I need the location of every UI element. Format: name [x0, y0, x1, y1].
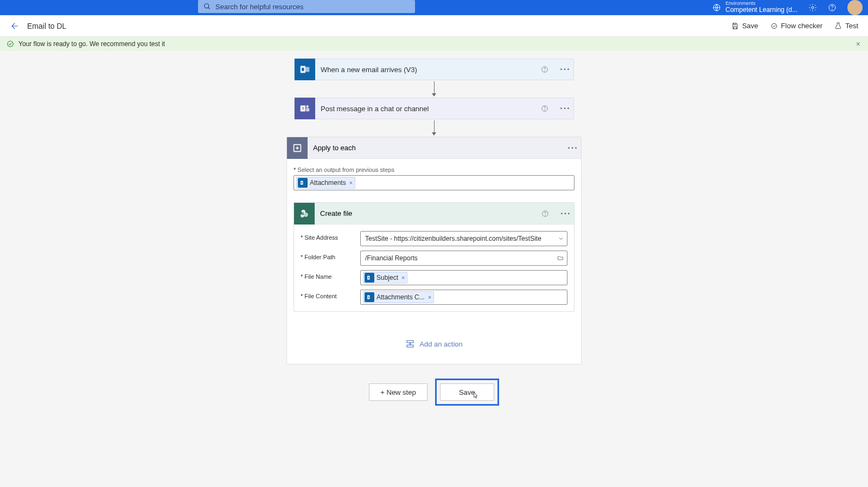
outlook-icon: [365, 292, 374, 302]
apply-to-each-container: Apply to each ··· * Select an output fro…: [286, 137, 582, 364]
remove-pill-icon[interactable]: ×: [348, 180, 353, 186]
svg-point-7: [8, 41, 14, 47]
outlook-icon: [365, 273, 374, 283]
folder-path-label: * Folder Path: [301, 251, 355, 260]
environment-switcher[interactable]: Environments Competent Learning (d...: [712, 1, 797, 14]
save-icon: [731, 22, 739, 30]
trigger-step[interactable]: When a new email arrives (V3) ···: [294, 59, 574, 80]
sharepoint-icon: S: [294, 203, 315, 225]
bottom-buttons: + New step Save: [369, 379, 499, 406]
banner-text: Your flow is ready to go. We recommend y…: [18, 40, 165, 48]
apply-field-label: * Select an output from previous steps: [293, 166, 575, 173]
svg-point-6: [771, 23, 776, 28]
teams-icon: T: [295, 98, 315, 119]
global-search[interactable]: Search for helpful resources: [198, 0, 415, 13]
test-button[interactable]: Test: [834, 22, 858, 30]
svg-text:S: S: [302, 210, 304, 215]
step-menu-icon[interactable]: ···: [557, 104, 573, 113]
svg-point-27: [545, 215, 546, 215]
flow-checker-icon: [770, 22, 778, 30]
new-step-button[interactable]: + New step: [369, 383, 427, 401]
svg-point-23: [304, 212, 308, 216]
flow-checker-button[interactable]: Flow checker: [770, 22, 823, 30]
trigger-label: When a new email arrives (V3): [315, 66, 541, 74]
svg-point-29: [368, 277, 369, 279]
svg-point-12: [545, 71, 545, 72]
loop-icon: [287, 137, 308, 159]
add-action-icon: [405, 339, 415, 349]
apply-output-input[interactable]: Attachments ×: [293, 175, 575, 190]
remove-pill-icon[interactable]: ×: [400, 274, 405, 281]
teams-step[interactable]: T Post message in a chat or channel ···: [294, 98, 574, 119]
help-icon[interactable]: [541, 210, 558, 217]
save-button-top[interactable]: Save: [731, 22, 758, 30]
checkmark-icon: [7, 40, 14, 48]
step-menu-icon[interactable]: ···: [565, 143, 581, 153]
folder-picker-icon[interactable]: [557, 255, 564, 261]
back-icon[interactable]: [10, 22, 18, 30]
svg-point-18: [545, 110, 545, 111]
app-topbar: Search for helpful resources Environment…: [0, 0, 868, 15]
file-name-label: * File Name: [301, 270, 355, 280]
svg-rect-9: [304, 67, 309, 72]
page-title: Email to DL: [27, 22, 66, 30]
search-icon: [203, 3, 211, 10]
add-action-button[interactable]: Add an action: [293, 339, 575, 349]
remove-pill-icon[interactable]: ×: [427, 294, 431, 300]
dynamic-pill-attachments-content[interactable]: Attachments C... ×: [363, 291, 434, 303]
create-file-header[interactable]: S Create file ···: [294, 203, 574, 225]
teams-label: Post message in a chat or channel: [315, 105, 541, 113]
site-address-label: * Site Address: [301, 231, 355, 241]
save-button[interactable]: Save: [440, 383, 494, 401]
svg-line-1: [208, 8, 210, 9]
test-icon: [834, 22, 842, 30]
apply-title: Apply to each: [308, 144, 565, 152]
dynamic-pill-subject[interactable]: Subject ×: [363, 272, 407, 284]
svg-text:T: T: [302, 106, 305, 111]
site-address-input[interactable]: [360, 231, 567, 246]
environment-icon: [712, 3, 721, 12]
outlook-icon: [298, 178, 308, 188]
environment-name: Competent Learning (d...: [725, 7, 797, 14]
file-content-input[interactable]: Attachments C... ×: [360, 290, 567, 305]
search-placeholder: Search for helpful resources: [215, 3, 304, 11]
svg-rect-15: [306, 108, 309, 111]
create-file-action: S Create file ··· * Site Address: [293, 202, 575, 312]
help-icon[interactable]: [541, 105, 557, 112]
svg-point-31: [368, 297, 369, 298]
help-icon[interactable]: [828, 3, 837, 12]
svg-point-10: [302, 68, 304, 71]
connector-arrow: [433, 120, 435, 136]
svg-rect-33: [407, 345, 413, 347]
svg-point-0: [205, 4, 209, 8]
outlook-icon: [295, 59, 315, 80]
dynamic-pill-attachments[interactable]: Attachments ×: [296, 177, 355, 189]
chevron-down-icon[interactable]: [558, 235, 564, 242]
create-file-title: Create file: [315, 209, 541, 217]
close-icon[interactable]: ×: [856, 40, 860, 48]
svg-point-14: [306, 105, 309, 108]
flow-canvas: When a new email arrives (V3) ··· T Post…: [0, 51, 868, 406]
svg-point-3: [812, 7, 814, 9]
apply-header[interactable]: Apply to each ···: [287, 137, 581, 159]
file-name-input[interactable]: Subject ×: [360, 270, 567, 285]
step-menu-icon[interactable]: ···: [557, 65, 573, 74]
file-content-label: * File Content: [301, 290, 355, 299]
environment-label: Environments: [725, 1, 797, 7]
svg-rect-32: [407, 341, 413, 343]
help-icon[interactable]: [541, 66, 557, 73]
save-highlight: Save: [435, 379, 499, 406]
svg-point-5: [832, 9, 833, 10]
svg-point-21: [301, 182, 302, 184]
page-subheader: Email to DL Save Flow checker Test: [0, 15, 868, 37]
step-menu-icon[interactable]: ···: [558, 209, 574, 219]
avatar[interactable]: [847, 0, 863, 15]
connector-arrow: [433, 81, 435, 97]
status-banner: Your flow is ready to go. We recommend y…: [0, 37, 868, 51]
gear-icon[interactable]: [808, 3, 817, 12]
folder-path-input[interactable]: [360, 251, 567, 266]
